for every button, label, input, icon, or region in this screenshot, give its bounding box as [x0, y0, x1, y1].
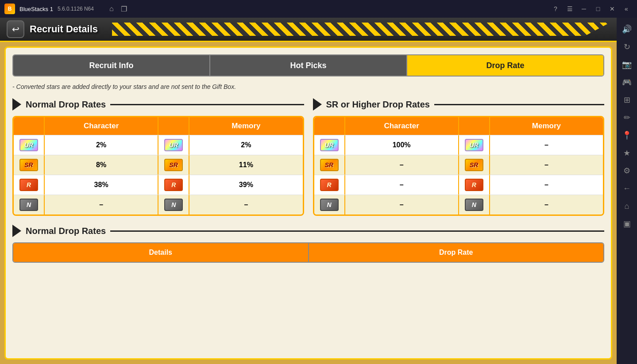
- normal-drop-header: Normal Drop Rates: [12, 98, 304, 111]
- n-char-icon-col: N: [14, 195, 45, 215]
- bottom-tab-details[interactable]: Details: [13, 243, 309, 262]
- sr-r-mem-rank-badge: R: [465, 179, 483, 191]
- help-icon[interactable]: ?: [549, 3, 562, 15]
- sr-ur-rank-badge: UR: [320, 139, 339, 151]
- sr-char-label-col: [314, 117, 345, 135]
- app-logo: B: [4, 4, 15, 14]
- maximize-button[interactable]: □: [592, 3, 604, 15]
- ur-mem-val: 2%: [189, 135, 302, 155]
- sr-mem-val: 11%: [189, 155, 302, 175]
- sr-sr-mem-icon-col: SR: [459, 155, 490, 175]
- normal-drop-title: Normal Drop Rates: [26, 100, 106, 110]
- table-row: R 38% R 39%: [14, 175, 303, 195]
- table-row: UR 100% UR –: [314, 135, 603, 155]
- sr-mem-header: Memory: [490, 117, 603, 135]
- sidebar-home-icon[interactable]: ⌂: [619, 198, 635, 214]
- sr-n-mem-rank-badge: N: [465, 199, 483, 211]
- sidebar-volume-icon[interactable]: 🔊: [619, 21, 635, 37]
- main-content: ↩ Recruit Details Recruit Info Hot Picks…: [0, 18, 617, 364]
- ur-mem-rank-badge: UR: [164, 139, 183, 151]
- sr-char-val: 8%: [45, 155, 158, 175]
- minimize-button[interactable]: ─: [578, 3, 590, 15]
- sr-ur-mem-rank-badge: UR: [465, 139, 483, 151]
- sidebar-location-icon[interactable]: 📍: [619, 127, 635, 143]
- tab-row: Recruit Info Hot Picks Drop Rate: [12, 54, 604, 77]
- sr-ur-char-icon-col: UR: [314, 135, 345, 155]
- sr-r-mem-val: –: [490, 175, 603, 195]
- sr-mem-label-col: [459, 117, 490, 135]
- normal-drop-col: Normal Drop Rates Character Memory: [12, 98, 304, 216]
- ur-rank-badge: UR: [19, 139, 38, 151]
- info-text: - Converted stars are added directly to …: [12, 83, 604, 90]
- sr-sr-char-val: –: [345, 155, 459, 175]
- sidebar-settings-icon[interactable]: ⚙: [619, 163, 635, 179]
- n-mem-icon-col: N: [158, 195, 189, 215]
- bottom-normal-drop-line: [110, 230, 604, 232]
- sr-higher-drop-table-header: Character Memory: [314, 117, 603, 135]
- titlebar: B BlueStacks 1 5.6.0.1126 N64 ⌂ ❐ ? ☰ ─ …: [0, 0, 637, 18]
- sr-higher-drop-line: [434, 104, 604, 105]
- back-button[interactable]: ↩: [7, 20, 24, 38]
- sidebar-screenshot-icon[interactable]: 📷: [619, 57, 635, 73]
- table-row: R – R –: [314, 175, 603, 195]
- sr-higher-drop-table-body: UR 100% UR – SR: [314, 135, 603, 215]
- sidebar-layers-icon[interactable]: ⊞: [619, 92, 635, 108]
- normal-drop-table-header: Character Memory: [14, 117, 303, 135]
- table-row: N – N –: [14, 195, 303, 215]
- sidebar-recent-icon[interactable]: ▣: [619, 216, 635, 232]
- r-char-val: 38%: [45, 175, 158, 195]
- header-bar: ↩ Recruit Details: [0, 18, 617, 42]
- ur-mem-icon-col: UR: [158, 135, 189, 155]
- normal-char-header: Character: [45, 117, 158, 135]
- sr-n-mem-val: –: [490, 195, 603, 215]
- r-char-icon-col: R: [14, 175, 45, 195]
- sr-sr-mem-rank-badge: SR: [465, 159, 483, 171]
- sidebar-rotate-icon[interactable]: ↻: [619, 39, 635, 55]
- normal-drop-arrow-icon: [12, 98, 21, 111]
- normal-mem-label-col: [158, 117, 189, 135]
- tab-recruit-info[interactable]: Recruit Info: [13, 55, 210, 76]
- sr-n-char-icon-col: N: [314, 195, 345, 215]
- sr-higher-drop-col: SR or Higher Drop Rates Character Memory: [313, 98, 605, 216]
- bottom-tab-drop-rate[interactable]: Drop Rate: [309, 243, 604, 262]
- rates-columns: Normal Drop Rates Character Memory: [12, 98, 604, 216]
- sidebar-star-icon[interactable]: ★: [619, 145, 635, 161]
- right-sidebar: 🔊 ↻ 📷 🎮 ⊞ ✏ 📍 ★ ⚙ ← ⌂ ▣: [617, 18, 637, 364]
- close-button[interactable]: ✕: [606, 3, 618, 15]
- tab-hot-picks[interactable]: Hot Picks: [210, 55, 407, 76]
- ur-char-icon-col: UR: [14, 135, 45, 155]
- layers-icon[interactable]: ❐: [120, 4, 128, 13]
- sr-n-rank-badge: N: [320, 199, 339, 211]
- bottom-normal-drop-arrow-icon: [12, 225, 21, 237]
- normal-mem-header: Memory: [189, 117, 302, 135]
- sr-sr-char-icon-col: SR: [314, 155, 345, 175]
- sidebar-back-icon[interactable]: ←: [619, 180, 635, 196]
- n-mem-val: –: [189, 195, 302, 215]
- header-decoration: [112, 23, 610, 36]
- sr-higher-drop-header: SR or Higher Drop Rates: [313, 98, 605, 111]
- sr-ur-char-val: 100%: [345, 135, 459, 155]
- titlebar-icons: ⌂ ❐: [107, 4, 128, 13]
- sr-ur-mem-val: –: [490, 135, 603, 155]
- window-controls: ? ☰ ─ □ ✕ «: [549, 3, 633, 15]
- ur-char-val: 2%: [45, 135, 158, 155]
- menu-icon[interactable]: ☰: [564, 3, 576, 15]
- sr-r-char-val: –: [345, 175, 459, 195]
- tab-drop-rate[interactable]: Drop Rate: [407, 55, 603, 76]
- bottom-tabs: Details Drop Rate: [12, 242, 604, 263]
- table-row: UR 2% UR 2%: [14, 135, 303, 155]
- sr-r-mem-icon-col: R: [459, 175, 490, 195]
- sr-higher-drop-title: SR or Higher Drop Rates: [326, 100, 430, 110]
- table-row: N – N –: [314, 195, 603, 215]
- r-rank-badge: R: [19, 179, 38, 191]
- normal-drop-table-body: UR 2% UR 2% SR: [14, 135, 303, 215]
- sr-higher-drop-arrow-icon: [313, 98, 322, 111]
- sidebar-gamepad-icon[interactable]: 🎮: [619, 74, 635, 90]
- sr-r-rank-badge: R: [320, 179, 339, 191]
- table-row: SR – SR –: [314, 155, 603, 175]
- sr-char-icon-col: SR: [14, 155, 45, 175]
- sidebar-pencil-icon[interactable]: ✏: [619, 110, 635, 126]
- normal-char-label-col: [14, 117, 45, 135]
- expand-icon[interactable]: «: [620, 3, 633, 15]
- home-icon[interactable]: ⌂: [107, 4, 116, 13]
